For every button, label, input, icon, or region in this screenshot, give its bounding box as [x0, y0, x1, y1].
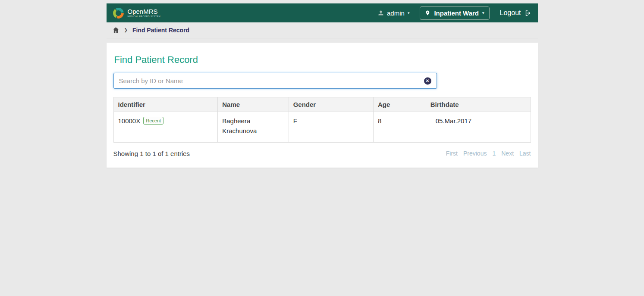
- column-header-gender: Gender: [289, 97, 373, 112]
- column-header-identifier: Identifier: [113, 97, 218, 112]
- top-header-bar: OpenMRS MEDICAL RECORD SYSTEM admin ▾: [107, 3, 538, 22]
- home-icon[interactable]: [112, 26, 119, 34]
- clear-search-icon[interactable]: ✕: [424, 77, 431, 84]
- openmrs-logo-icon: [113, 7, 124, 19]
- cell-name: Bagheera Krachunova: [218, 112, 289, 143]
- search-input[interactable]: [113, 73, 437, 89]
- patient-search: ✕: [113, 73, 437, 89]
- brand-tagline: MEDICAL RECORD SYSTEM: [128, 16, 161, 18]
- patient-results-table: Identifier Name Gender Age Birthdate 100…: [113, 97, 531, 143]
- caret-down-icon: ▾: [482, 11, 484, 15]
- results-summary: Showing 1 to 1 of 1 entries: [113, 150, 190, 157]
- table-footer: Showing 1 to 1 of 1 entries First Previo…: [113, 150, 531, 157]
- logout-icon: [525, 9, 532, 17]
- patient-identifier: 10000X: [118, 117, 141, 125]
- breadcrumb: ❯ Find Patient Record: [107, 22, 538, 38]
- logout-button[interactable]: Logout: [500, 9, 532, 17]
- cell-identifier: 10000XRecent: [113, 112, 218, 143]
- recent-badge: Recent: [143, 117, 163, 125]
- location-pin-icon: [425, 9, 430, 16]
- header-right-controls: admin ▾ Inpatient Ward ▾ Logout: [378, 6, 531, 20]
- openmrs-brand[interactable]: OpenMRS MEDICAL RECORD SYSTEM: [113, 7, 161, 19]
- column-header-birthdate: Birthdate: [426, 97, 531, 112]
- user-menu[interactable]: admin ▾: [378, 9, 409, 17]
- pagination-page-1[interactable]: 1: [492, 150, 496, 157]
- pagination: First Previous 1 Next Last: [446, 150, 531, 157]
- brand-text: OpenMRS MEDICAL RECORD SYSTEM: [128, 8, 161, 18]
- brand-name: OpenMRS: [128, 8, 161, 15]
- page-title: Find Patient Record: [114, 54, 531, 65]
- pagination-last[interactable]: Last: [519, 150, 531, 157]
- location-label: Inpatient Ward: [434, 9, 479, 17]
- column-header-age: Age: [373, 97, 426, 112]
- find-patient-card: Find Patient Record ✕ Identifier Name Ge…: [107, 43, 538, 168]
- cell-birthdate: 05.Mar.2017: [426, 112, 531, 143]
- cell-age: 8: [373, 112, 426, 143]
- breadcrumb-chevron-icon: ❯: [124, 28, 128, 32]
- app-column: OpenMRS MEDICAL RECORD SYSTEM admin ▾: [107, 0, 538, 168]
- cell-gender: F: [289, 112, 373, 143]
- table-row[interactable]: 10000XRecent Bagheera Krachunova F 8 05.…: [113, 112, 531, 143]
- pagination-next[interactable]: Next: [501, 150, 514, 157]
- logout-label: Logout: [500, 9, 521, 17]
- pagination-first[interactable]: First: [446, 150, 458, 157]
- breadcrumb-current: Find Patient Record: [132, 27, 189, 34]
- column-header-name: Name: [218, 97, 289, 112]
- table-header-row: Identifier Name Gender Age Birthdate: [113, 97, 531, 112]
- location-selector-button[interactable]: Inpatient Ward ▾: [420, 6, 489, 20]
- pagination-previous[interactable]: Previous: [463, 150, 487, 157]
- caret-down-icon: ▾: [408, 11, 410, 15]
- user-label: admin: [387, 9, 405, 17]
- user-icon: [378, 10, 384, 16]
